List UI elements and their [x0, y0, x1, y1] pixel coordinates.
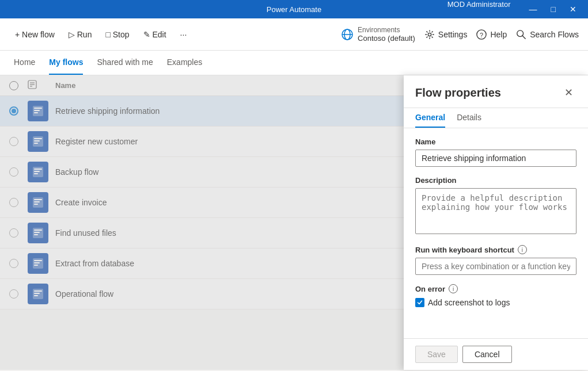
user-name: MOD Administrator: [447, 0, 511, 18]
shortcut-label-row: Run with keyboard shortcut i: [415, 245, 576, 254]
close-button[interactable]: ✕: [565, 0, 581, 18]
window-controls: MOD Administrator — □ ✕: [447, 0, 581, 18]
environment-label: Environments: [358, 26, 415, 34]
panel-tab-general[interactable]: General: [415, 108, 445, 128]
search-icon: [516, 29, 526, 40]
panel-close-button[interactable]: ✕: [560, 85, 576, 101]
panel-header: Flow properties ✕: [404, 75, 588, 108]
name-input[interactable]: [415, 150, 576, 167]
title-bar: Power Automate MOD Administrator — □ ✕: [0, 0, 588, 18]
dim-overlay: [0, 75, 404, 370]
description-textarea[interactable]: [415, 188, 576, 234]
toolbar: + New flow ▷ Run □ Stop ✎ Edit ··· Envir…: [0, 18, 588, 51]
name-label: Name: [415, 137, 576, 146]
cancel-button[interactable]: Cancel: [462, 346, 512, 363]
shortcut-info-icon[interactable]: i: [518, 245, 527, 254]
panel-tab-details[interactable]: Details: [457, 108, 481, 128]
on-error-group: On error i Add screenshot to logs: [415, 284, 576, 307]
more-button[interactable]: ···: [174, 26, 193, 43]
settings-icon: [424, 29, 435, 40]
svg-line-7: [522, 36, 525, 39]
on-error-label-row: On error i: [415, 284, 576, 293]
help-label: Help: [490, 30, 507, 39]
shortcut-input[interactable]: [415, 258, 576, 275]
help-action[interactable]: ? Help: [476, 29, 507, 40]
search-action[interactable]: Search Flows: [516, 29, 579, 40]
tab-shared-with-me[interactable]: Shared with me: [97, 51, 153, 75]
main-content: Name Modified ↓ Retrieve shipping inform…: [0, 75, 588, 370]
shortcut-field-group: Run with keyboard shortcut i: [415, 245, 576, 275]
on-error-label: On error: [415, 285, 445, 293]
name-field-group: Name: [415, 137, 576, 167]
run-button[interactable]: ▷ Run: [63, 26, 98, 43]
app-title: Power Automate: [267, 5, 321, 14]
settings-label: Settings: [438, 30, 468, 39]
settings-action[interactable]: Settings: [424, 29, 468, 40]
environment-value: Contoso (default): [358, 34, 415, 43]
save-button[interactable]: Save: [415, 346, 458, 363]
environment-info: Environments Contoso (default): [358, 26, 415, 43]
environment-block[interactable]: Environments Contoso (default): [342, 26, 415, 43]
description-label: Description: [415, 176, 576, 185]
edit-button[interactable]: ✎ Edit: [138, 26, 172, 43]
svg-text:?: ?: [480, 31, 483, 38]
flow-properties-panel: Flow properties ✕ General Details Name D…: [404, 75, 588, 370]
panel-title: Flow properties: [415, 86, 501, 100]
panel-tabs: General Details: [404, 108, 588, 128]
checkbox-label: Add screenshot to logs: [428, 298, 510, 307]
search-label: Search Flows: [530, 30, 579, 39]
maximize-button[interactable]: □: [547, 0, 560, 18]
toolbar-right: Environments Contoso (default) Settings …: [342, 26, 579, 43]
screenshot-checkbox[interactable]: [415, 298, 424, 307]
nav-tabs: Home My flows Shared with me Examples: [0, 51, 588, 75]
on-error-info-icon[interactable]: i: [449, 284, 458, 293]
description-field-group: Description: [415, 176, 576, 236]
minimize-button[interactable]: —: [525, 0, 542, 18]
svg-point-3: [428, 33, 431, 36]
environment-icon: [342, 29, 353, 40]
tab-home[interactable]: Home: [14, 51, 35, 75]
help-icon: ?: [476, 29, 487, 40]
shortcut-label: Run with keyboard shortcut: [415, 246, 514, 254]
tab-my-flows[interactable]: My flows: [49, 51, 83, 75]
new-flow-button[interactable]: + New flow: [9, 26, 60, 43]
checkbox-row: Add screenshot to logs: [415, 298, 576, 307]
stop-button[interactable]: □ Stop: [100, 26, 135, 43]
panel-footer: Save Cancel: [404, 338, 588, 370]
tab-examples[interactable]: Examples: [167, 51, 202, 75]
panel-body: Name Description Run with keyboard short…: [404, 128, 588, 338]
